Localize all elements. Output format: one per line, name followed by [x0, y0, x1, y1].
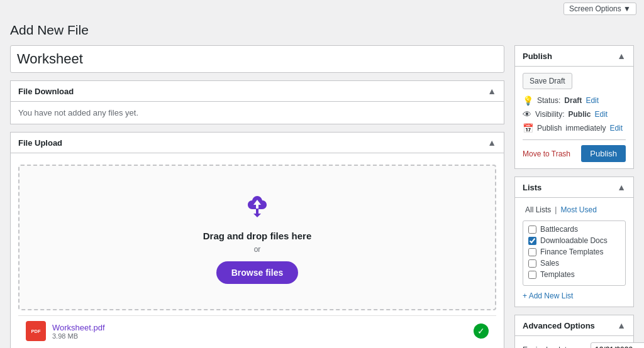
content-area: File Download ▲ You have not added any f… — [10, 45, 504, 348]
publish-button[interactable]: Publish — [581, 145, 626, 162]
file-upload-content: Drag and drop files here or Browse files… — [11, 153, 504, 348]
publish-box: Publish ▲ Save Draft 💡 Status: Draft Edi… — [514, 45, 634, 169]
publish-actions: Move to Trash Publish — [523, 139, 626, 162]
file-name: Worksheet.pdf — [52, 323, 467, 332]
file-size: 3.98 MB — [52, 332, 467, 340]
visibility-icon: 👁 — [523, 109, 531, 119]
list-checkbox-sales[interactable] — [528, 259, 536, 268]
publish-time-label: Publish — [537, 124, 562, 133]
publish-box-title: Publish — [523, 52, 552, 61]
publish-time-edit-link[interactable]: Edit — [609, 124, 623, 133]
expire-date-row: Expire by date — [523, 342, 626, 348]
lists-box-content: All Lists | Most Used Battlecards Downlo… — [515, 198, 633, 307]
status-edit-link[interactable]: Edit — [586, 96, 599, 105]
file-download-box: File Download ▲ You have not added any f… — [10, 80, 504, 124]
advanced-collapse-icon: ▲ — [617, 320, 626, 330]
lists-tabs: All Lists | Most Used — [523, 204, 626, 215]
file-upload-title: File Upload — [18, 138, 62, 148]
publish-time-row: 📅 Publish immediately Edit — [523, 123, 626, 133]
visibility-label: Visibility: — [535, 110, 564, 119]
visibility-value: Public — [568, 110, 591, 119]
file-upload-header[interactable]: File Upload ▲ — [11, 133, 504, 153]
list-checkbox-finance-templates[interactable] — [528, 248, 536, 256]
advanced-options-title: Advanced Options — [523, 321, 595, 330]
page-title: Add New File — [0, 18, 644, 45]
uploaded-file-item: PDF Worksheet.pdf 3.98 MB ✓ — [18, 315, 496, 346]
list-item[interactable]: Finance Templates — [528, 247, 620, 256]
list-checkbox-downloadable-docs[interactable] — [528, 237, 536, 245]
status-value: Draft — [564, 96, 582, 105]
list-item[interactable]: Battlecards — [528, 225, 620, 234]
lists-box: Lists ▲ All Lists | Most Used Battlecard… — [514, 177, 634, 307]
lists-box-title: Lists — [523, 183, 541, 192]
file-download-content: You have not added any files yet. — [11, 102, 504, 124]
file-download-empty-message: You have not added any files yet. — [18, 108, 496, 117]
file-download-header[interactable]: File Download ▲ — [11, 81, 504, 102]
expire-date-input[interactable] — [591, 342, 644, 348]
visibility-edit-link[interactable]: Edit — [594, 110, 608, 119]
tab-all-lists[interactable]: All Lists — [523, 204, 553, 215]
title-input[interactable] — [10, 45, 504, 73]
file-download-title: File Download — [18, 87, 74, 96]
pdf-icon: PDF — [26, 321, 46, 341]
browse-files-button[interactable]: Browse files — [216, 261, 298, 284]
collapse-icon-2: ▲ — [487, 138, 496, 148]
collapse-icon: ▲ — [487, 86, 496, 96]
upload-dropzone[interactable]: Drag and drop files here or Browse files — [18, 165, 496, 310]
advanced-options-box: Advanced Options ▲ Expire by date Expire… — [514, 315, 634, 348]
calendar-icon: 📅 — [523, 123, 533, 133]
publish-time-value: immediately — [565, 124, 606, 133]
status-label: Status: — [537, 96, 560, 105]
publish-box-content: Save Draft 💡 Status: Draft Edit 👁 Visibi… — [515, 67, 633, 168]
list-item[interactable]: Sales — [528, 259, 620, 268]
status-row: 💡 Status: Draft Edit — [523, 95, 626, 106]
list-item[interactable]: Downloadable Docs — [528, 236, 620, 245]
file-info: Worksheet.pdf 3.98 MB — [52, 323, 467, 340]
status-icon: 💡 — [523, 95, 533, 106]
expire-date-label: Expire by date — [523, 345, 586, 348]
visibility-row: 👁 Visibility: Public Edit — [523, 109, 626, 119]
lists-checkbox-list: Battlecards Downloadable Docs Finance Te… — [523, 220, 626, 286]
lists-collapse-icon: ▲ — [617, 182, 626, 192]
advanced-options-content: Expire by date Expire by downloads Encry… — [515, 336, 633, 348]
file-upload-box: File Upload ▲ Drag and drop files here o… — [10, 132, 504, 348]
screen-options-button[interactable]: Screen Options ▼ — [564, 3, 636, 15]
publish-collapse-icon: ▲ — [617, 51, 626, 61]
list-checkbox-templates[interactable] — [528, 271, 536, 279]
sidebar: Publish ▲ Save Draft 💡 Status: Draft Edi… — [514, 45, 634, 348]
move-to-trash-link[interactable]: Move to Trash — [523, 150, 570, 158]
publish-box-header[interactable]: Publish ▲ — [515, 46, 633, 67]
drag-drop-text: Drag and drop files here — [32, 231, 482, 241]
tab-most-used[interactable]: Most Used — [558, 204, 599, 215]
save-draft-button[interactable]: Save Draft — [523, 73, 572, 89]
add-new-list-link[interactable]: + Add New List — [523, 291, 573, 300]
list-checkbox-battlecards[interactable] — [528, 226, 536, 234]
advanced-options-header[interactable]: Advanced Options ▲ — [515, 315, 633, 336]
list-item[interactable]: Templates — [528, 270, 620, 279]
svg-text:PDF: PDF — [31, 329, 41, 334]
upload-icon — [32, 191, 482, 223]
lists-box-header[interactable]: Lists ▲ — [515, 177, 633, 198]
or-text: or — [32, 245, 482, 254]
file-success-icon: ✓ — [474, 324, 489, 339]
